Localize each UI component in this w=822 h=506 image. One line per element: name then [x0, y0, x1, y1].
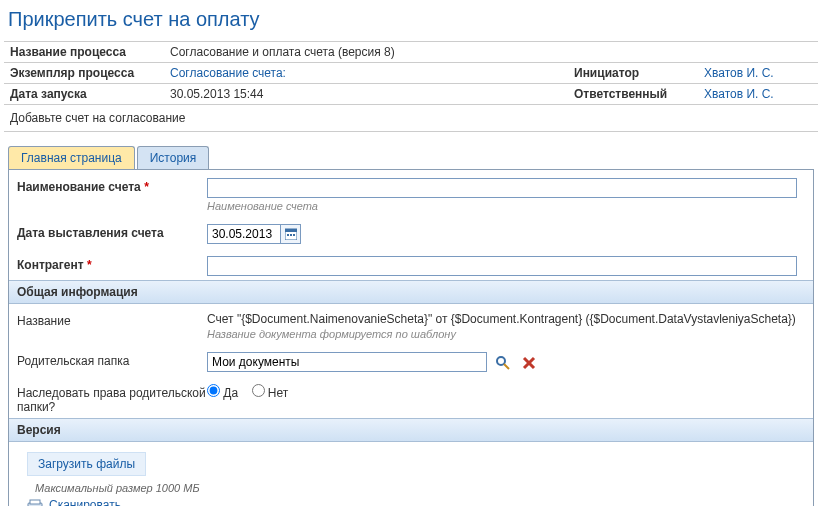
tab-bar: Главная страница История [8, 146, 814, 169]
tab-body-main: Наименование счета * Наименование счета … [8, 169, 814, 506]
section-general-header: Общая информация [9, 280, 813, 304]
svg-rect-3 [290, 234, 292, 236]
doc-title-hint: Название документа формируется по шаблон… [207, 328, 805, 340]
parent-folder-input[interactable] [207, 352, 487, 372]
process-name-label: Название процесса [4, 42, 164, 63]
calendar-icon[interactable] [280, 225, 300, 243]
invoice-date-label: Дата выставления счета [17, 224, 207, 240]
start-date-label: Дата запуска [4, 84, 164, 105]
doc-title-label: Название [17, 312, 207, 328]
page-title: Прикрепить счет на оплату [8, 8, 818, 31]
responsible-link[interactable]: Хватов И. С. [704, 87, 774, 101]
process-instance-link[interactable]: Согласование счета: [170, 66, 286, 80]
svg-point-5 [497, 357, 505, 365]
search-folder-icon[interactable] [494, 354, 512, 372]
start-date-value: 30.05.2013 15:44 [164, 84, 568, 105]
parent-folder-label: Родительская папка [17, 352, 207, 368]
inherit-yes-option[interactable]: Да [207, 386, 238, 400]
invoice-date-input[interactable] [208, 225, 280, 243]
process-name-value: Согласование и оплата счета (версия 8) [164, 42, 818, 63]
inherit-no-option[interactable]: Нет [252, 386, 289, 400]
upload-files-button[interactable]: Загрузить файлы [27, 452, 146, 476]
svg-rect-4 [293, 234, 295, 236]
svg-rect-10 [30, 500, 40, 504]
responsible-label: Ответственный [568, 84, 698, 105]
tab-main[interactable]: Главная страница [8, 146, 135, 169]
section-version-header: Версия [9, 418, 813, 442]
svg-rect-2 [287, 234, 289, 236]
svg-rect-1 [285, 229, 297, 232]
counterparty-label: Контрагент * [17, 256, 207, 272]
instruction-text: Добавьте счет на согласование [4, 105, 818, 132]
counterparty-input[interactable] [207, 256, 797, 276]
inherit-rights-label: Наследовать права родительской папки? [17, 384, 207, 414]
invoice-name-input[interactable] [207, 178, 797, 198]
max-size-hint: Максимальный размер 1000 МБ [35, 482, 805, 494]
scan-link[interactable]: Сканировать [49, 498, 121, 506]
doc-title-value: Счет "{$Document.NaimenovanieScheta}" от… [207, 312, 805, 326]
scanner-icon [27, 498, 43, 506]
process-instance-label: Экземпляр процесса [4, 63, 164, 84]
tab-history[interactable]: История [137, 146, 210, 169]
initiator-label: Инициатор [568, 63, 698, 84]
invoice-name-hint: Наименование счета [207, 200, 805, 212]
clear-folder-icon[interactable] [520, 354, 538, 372]
process-meta-table: Название процесса Согласование и оплата … [4, 41, 818, 105]
svg-line-6 [504, 364, 509, 369]
initiator-link[interactable]: Хватов И. С. [704, 66, 774, 80]
invoice-name-label: Наименование счета * [17, 178, 207, 194]
